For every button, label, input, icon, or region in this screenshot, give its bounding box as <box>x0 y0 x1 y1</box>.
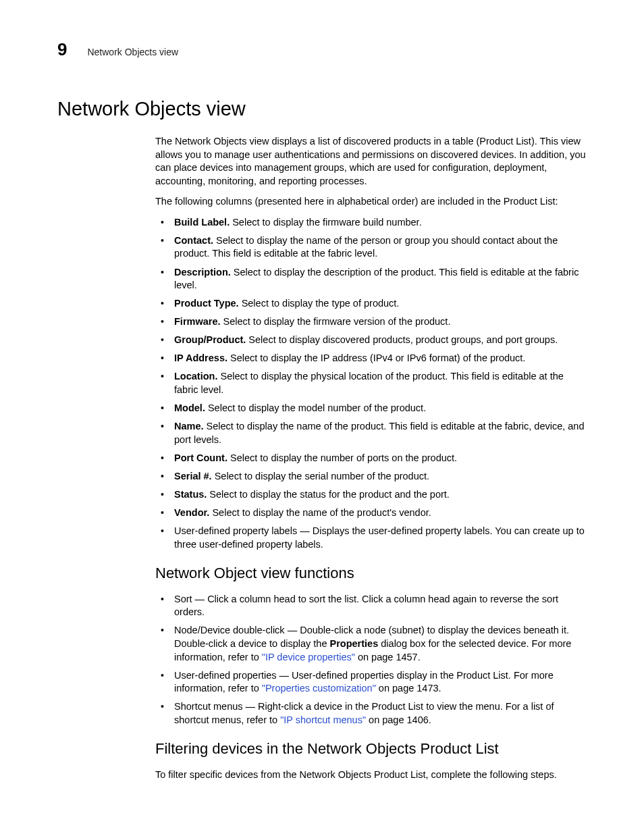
column-desc: Select to display the name of the produc… <box>174 421 584 445</box>
list-item: Node/Device double-click — Double-click … <box>155 624 587 664</box>
column-term: Name. <box>174 421 204 432</box>
column-term: Serial #. <box>174 471 212 481</box>
list-item: Sort — Click a column head to sort the l… <box>155 593 587 619</box>
subsection-heading-filtering: Filtering devices in the Network Objects… <box>155 739 587 759</box>
list-item: Shortcut menus — Right-click a device in… <box>155 700 587 727</box>
column-desc: Select to display the status for the pro… <box>207 489 450 500</box>
list-item: Group/Product. Select to display discove… <box>155 334 587 347</box>
column-term: Model. <box>174 402 205 413</box>
column-desc: Select to display the firmware build num… <box>230 217 422 228</box>
list-item: Serial #. Select to display the serial n… <box>155 470 587 484</box>
functions-list: Sort — Click a column head to sort the l… <box>155 593 587 727</box>
running-head: Network Objects view <box>87 47 178 57</box>
column-desc: Select to display the name of the person… <box>174 235 558 259</box>
column-term: IP Address. <box>174 353 227 363</box>
column-desc: Select to display the model number of th… <box>205 402 426 413</box>
xref-link[interactable]: "Properties customization" <box>262 683 376 694</box>
column-desc: Select to display the name of the produc… <box>209 507 431 518</box>
list-item: Build Label. Select to display the firmw… <box>155 216 587 230</box>
list-item: Status. Select to display the status for… <box>155 488 587 502</box>
page-title: Network Objects view <box>57 98 587 120</box>
chapter-number: 9 <box>57 39 67 60</box>
body-content: The Network Objects view displays a list… <box>155 135 587 782</box>
list-item: Product Type. Select to display the type… <box>155 297 587 311</box>
function-text: on page 1457. <box>355 652 421 662</box>
column-desc: Select to display the number of ports on… <box>227 452 457 463</box>
column-term: Description. <box>174 267 231 278</box>
intro-paragraph-1: The Network Objects view displays a list… <box>155 135 587 188</box>
page-header: 9 Network Objects view <box>57 39 587 60</box>
list-item: Description. Select to display the descr… <box>155 266 587 292</box>
list-item: User-defined property labels — Displays … <box>155 525 587 551</box>
column-term: Product Type. <box>174 298 239 309</box>
xref-link[interactable]: "IP shortcut menus" <box>280 714 366 725</box>
list-item: Location. Select to display the physical… <box>155 370 587 396</box>
column-desc: User-defined property labels — Displays … <box>174 525 585 550</box>
column-term: Vendor. <box>174 507 209 518</box>
column-term: Group/Product. <box>174 334 246 345</box>
xref-link[interactable]: "IP device properties" <box>262 652 355 662</box>
subsection-heading-functions: Network Object view functions <box>155 563 587 583</box>
inline-bold-term: Properties <box>330 638 379 649</box>
column-term: Status. <box>174 489 207 500</box>
column-term: Location. <box>174 371 217 382</box>
list-item: Port Count. Select to display the number… <box>155 452 587 465</box>
column-desc: Select to display the firmware version o… <box>221 316 451 327</box>
column-desc: Select to display the description of the… <box>174 267 579 291</box>
column-desc: Select to display the serial number of t… <box>212 471 429 481</box>
function-text: Sort — Click a column head to sort the l… <box>174 594 558 618</box>
list-item: IP Address. Select to display the IP add… <box>155 352 587 365</box>
column-term: Build Label. <box>174 217 230 228</box>
column-term: Contact. <box>174 235 213 246</box>
intro-paragraph-2: The following columns (presented here in… <box>155 195 587 209</box>
list-item: Contact. Select to display the name of t… <box>155 234 587 261</box>
filter-paragraph: To filter specific devices from the Netw… <box>155 768 587 782</box>
list-item: Vendor. Select to display the name of th… <box>155 506 587 520</box>
list-item: Firmware. Select to display the firmware… <box>155 315 587 329</box>
function-text: on page 1473. <box>376 683 441 694</box>
column-desc: Select to display the type of product. <box>239 298 400 309</box>
column-term: Port Count. <box>174 452 227 463</box>
columns-list: Build Label. Select to display the firmw… <box>155 216 587 551</box>
column-term: Firmware. <box>174 316 221 327</box>
column-desc: Select to display the physical location … <box>174 371 564 395</box>
function-text: on page 1406. <box>366 714 431 725</box>
list-item: Model. Select to display the model numbe… <box>155 402 587 415</box>
column-desc: Select to display discovered products, p… <box>246 334 558 345</box>
list-item: User-defined properties — User-defined p… <box>155 669 587 696</box>
column-desc: Select to display the IP address (IPv4 o… <box>227 353 525 363</box>
list-item: Name. Select to display the name of the … <box>155 420 587 446</box>
